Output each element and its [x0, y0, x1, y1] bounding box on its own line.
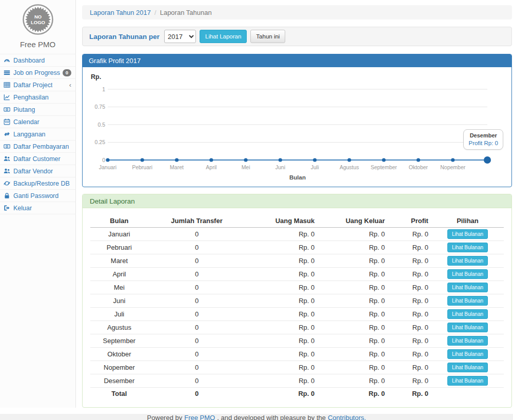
sidebar-item-label: Daftar Vendor [13, 168, 53, 175]
lihat-bulanan-button[interactable]: Lihat Bulanan [447, 349, 488, 359]
detail-laporan-title: Detail Laporan [83, 194, 511, 208]
sidebar-item-piutang[interactable]: Piutang [0, 104, 75, 116]
sidebar-item-dashboard[interactable]: Dashboard [0, 54, 75, 67]
lihat-laporan-button[interactable]: Lihat Laporan [200, 30, 247, 43]
brand-name: Free PMO [0, 40, 75, 49]
footer-link-contributors[interactable]: Contributors. [328, 414, 366, 420]
cell-keluar: Rp. 0 [318, 348, 388, 361]
cell-masuk: Rp. 0 [245, 308, 318, 321]
sidebar-item-daftar-project[interactable]: Daftar Project‹ [0, 79, 75, 91]
cell-bulan: April [90, 268, 148, 281]
cell-bulan: Juni [90, 294, 148, 308]
cell-jumlah: 0 [148, 294, 245, 308]
footer-link-freepmo[interactable]: Free PMO [184, 414, 215, 420]
profit-chart-panel-title: Grafik Profit 2017 [83, 54, 511, 67]
lihat-bulanan-button[interactable]: Lihat Bulanan [447, 296, 488, 306]
retweet-icon [4, 131, 12, 137]
cell-keluar: Rp. 0 [318, 268, 388, 281]
cell-bulan: September [90, 334, 148, 348]
users-icon [4, 155, 12, 162]
year-select[interactable]: 2017 [164, 30, 196, 43]
cell-keluar: Rp. 0 [318, 294, 388, 308]
sidebar-item-penghasilan[interactable]: Penghasilan [0, 91, 75, 104]
x-tick-label: Maret [170, 164, 184, 170]
y-axis-label: Rp. [91, 73, 101, 81]
cell-bulan: Mei [90, 281, 148, 294]
cell-jumlah: 0 [148, 308, 245, 321]
table-row: Nopember0Rp. 0Rp. 0Rp. 0Lihat Bulanan [90, 361, 504, 374]
cell-jumlah: 0 [148, 321, 245, 334]
x-axis-label: Bulan [289, 174, 306, 181]
cell-jumlah: 0 [148, 374, 245, 388]
sidebar-item-daftar-pembayaran[interactable]: Daftar Pembayaran [0, 141, 75, 153]
lihat-bulanan-button[interactable]: Lihat Bulanan [447, 256, 488, 266]
lihat-bulanan-button[interactable]: Lihat Bulanan [447, 363, 488, 372]
sidebar-item-ganti-password[interactable]: Ganti Password [0, 190, 75, 202]
sidebar-item-job-on-progress[interactable]: Job on Progress0 [0, 67, 75, 79]
lihat-bulanan-button[interactable]: Lihat Bulanan [447, 309, 488, 319]
cell-profit: Rp. 0 [388, 228, 431, 241]
data-point-desember [484, 156, 491, 164]
cell-profit: Rp. 0 [388, 241, 431, 254]
sidebar-item-daftar-customer[interactable]: Daftar Customer [0, 153, 75, 165]
cell-masuk: Rp. 0 [245, 321, 318, 334]
calendar-icon [4, 118, 12, 125]
cell-bulan: Desember [90, 374, 148, 388]
data-point-januari [106, 158, 109, 162]
data-point-april [209, 158, 213, 162]
data-point-oktober [417, 158, 420, 162]
cell-profit: Rp. 0 [388, 334, 431, 348]
lihat-bulanan-button[interactable]: Lihat Bulanan [447, 323, 488, 332]
breadcrumb-link-laporan-tahun[interactable]: Laporan Tahun 2017 [90, 9, 151, 16]
lihat-bulanan-button[interactable]: Lihat Bulanan [447, 283, 488, 292]
table-total-row: Total0Rp. 0Rp. 0Rp. 0 [90, 388, 504, 400]
svg-text:LOGO: LOGO [31, 19, 45, 25]
cell-keluar: Rp. 0 [318, 241, 388, 254]
table-row: Pebruari0Rp. 0Rp. 0Rp. 0Lihat Bulanan [90, 241, 504, 254]
lihat-bulanan-button[interactable]: Lihat Bulanan [447, 336, 488, 346]
cell-bulan: Januari [90, 228, 148, 241]
column-header-profit: Profit [388, 214, 431, 228]
sidebar-item-label: Penghasilan [13, 94, 49, 101]
dashboard-icon [4, 57, 12, 64]
x-tick-label: Agustus [340, 164, 359, 170]
sidebar-item-langganan[interactable]: Langganan [0, 128, 75, 141]
table-row: Maret0Rp. 0Rp. 0Rp. 0Lihat Bulanan [90, 254, 504, 268]
lihat-bulanan-button[interactable]: Lihat Bulanan [447, 243, 488, 252]
table-row: Mei0Rp. 0Rp. 0Rp. 0Lihat Bulanan [90, 281, 504, 294]
cell-masuk: Rp. 0 [245, 281, 318, 294]
sidebar-item-label: Calendar [13, 118, 40, 126]
column-header-pilihan: Pilihan [431, 214, 504, 228]
total-cell-jumlah: 0 [148, 388, 245, 400]
lihat-bulanan-button[interactable]: Lihat Bulanan [447, 376, 488, 386]
cell-profit: Rp. 0 [388, 294, 431, 308]
sidebar-item-daftar-vendor[interactable]: Daftar Vendor [0, 165, 75, 177]
column-header-bulan: Bulan [90, 214, 148, 228]
tahun-ini-button[interactable]: Tahun ini [250, 30, 285, 43]
footer-text-pre: Powered by [147, 414, 183, 420]
sidebar-item-calendar[interactable]: Calendar [0, 116, 75, 128]
x-tick-label: Oktober [409, 164, 428, 170]
cell-jumlah: 0 [148, 241, 245, 254]
chart-tooltip: Desember Profit Rp: 0 [463, 129, 503, 150]
sidebar-item-backup-restore-db[interactable]: Backup/Restore DB [0, 177, 75, 190]
cell-masuk: Rp. 0 [245, 348, 318, 361]
x-tick-label: Januari [99, 164, 116, 170]
svg-text:NO: NO [34, 14, 41, 19]
chevron-collapse-icon: ‹ [69, 82, 71, 88]
cell-bulan: Oktober [90, 348, 148, 361]
cell-keluar: Rp. 0 [318, 281, 388, 294]
cell-masuk: Rp. 0 [245, 374, 318, 388]
column-header-jumlah-transfer: Jumlah Transfer [148, 214, 245, 228]
y-tick-label: 0.75 [95, 104, 106, 110]
cell-profit: Rp. 0 [388, 348, 431, 361]
lihat-bulanan-button[interactable]: Lihat Bulanan [447, 229, 488, 239]
cell-profit: Rp. 0 [388, 268, 431, 281]
table-row: Juli0Rp. 0Rp. 0Rp. 0Lihat Bulanan [90, 308, 504, 321]
sidebar-item-keluar[interactable]: Keluar [0, 202, 75, 214]
cell-profit: Rp. 0 [388, 281, 431, 294]
main-content: Laporan Tahun 2017 / Laporan Tahunan Lap… [76, 0, 513, 408]
lihat-bulanan-button[interactable]: Lihat Bulanan [447, 269, 488, 279]
cell-keluar: Rp. 0 [318, 361, 388, 374]
profit-line-chart: Rp.00.250.50.751JanuariPebruariMaretApri… [89, 71, 504, 185]
